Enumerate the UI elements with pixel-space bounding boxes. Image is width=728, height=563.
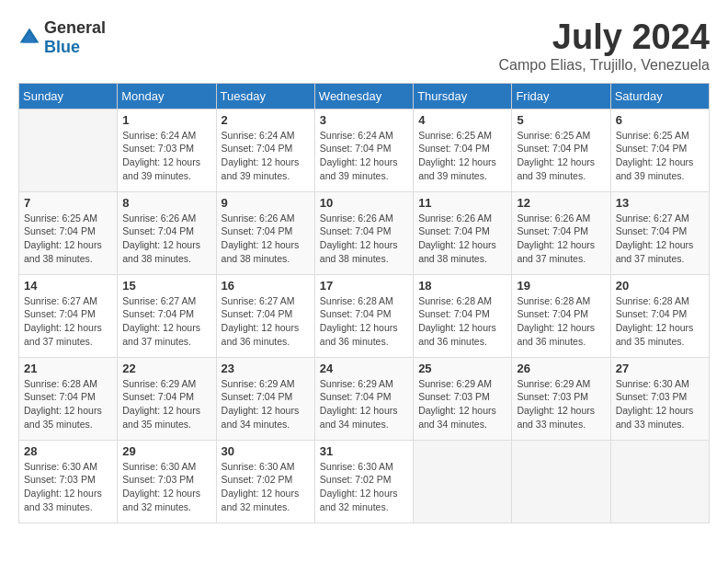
day-info: Sunrise: 6:26 AM Sunset: 7:04 PM Dayligh… — [320, 212, 408, 266]
calendar-cell: 23Sunrise: 6:29 AM Sunset: 7:04 PM Dayli… — [216, 357, 314, 440]
calendar-cell: 13Sunrise: 6:27 AM Sunset: 7:04 PM Dayli… — [610, 191, 709, 274]
day-number: 29 — [122, 444, 210, 458]
day-info: Sunrise: 6:28 AM Sunset: 7:04 PM Dayligh… — [320, 294, 408, 349]
calendar-cell: 11Sunrise: 6:26 AM Sunset: 7:04 PM Dayli… — [414, 191, 512, 274]
weekday-header: Wednesday — [314, 83, 413, 109]
day-info: Sunrise: 6:25 AM Sunset: 7:04 PM Dayligh… — [418, 129, 506, 183]
day-info: Sunrise: 6:29 AM Sunset: 7:04 PM Dayligh… — [122, 377, 210, 431]
day-info: Sunrise: 6:30 AM Sunset: 7:03 PM Dayligh… — [122, 460, 210, 514]
day-number: 27 — [616, 362, 704, 375]
day-number: 5 — [517, 113, 605, 127]
calendar-cell: 4Sunrise: 6:25 AM Sunset: 7:04 PM Daylig… — [414, 109, 512, 191]
calendar: SundayMondayTuesdayWednesdayThursdayFrid… — [18, 83, 710, 523]
calendar-cell: 10Sunrise: 6:26 AM Sunset: 7:04 PM Dayli… — [314, 191, 413, 274]
calendar-week-row: 14Sunrise: 6:27 AM Sunset: 7:04 PM Dayli… — [19, 274, 710, 357]
day-number: 22 — [122, 362, 210, 375]
day-number: 20 — [616, 279, 704, 293]
calendar-cell: 2Sunrise: 6:24 AM Sunset: 7:04 PM Daylig… — [216, 109, 314, 191]
calendar-cell: 16Sunrise: 6:27 AM Sunset: 7:04 PM Dayli… — [216, 274, 314, 357]
calendar-cell: 30Sunrise: 6:30 AM Sunset: 7:02 PM Dayli… — [216, 440, 314, 523]
day-number: 4 — [418, 113, 506, 127]
calendar-cell: 8Sunrise: 6:26 AM Sunset: 7:04 PM Daylig… — [118, 191, 216, 274]
day-info: Sunrise: 6:30 AM Sunset: 7:02 PM Dayligh… — [222, 460, 310, 514]
day-number: 21 — [24, 362, 112, 375]
day-info: Sunrise: 6:30 AM Sunset: 7:03 PM Dayligh… — [616, 377, 704, 431]
day-info: Sunrise: 6:28 AM Sunset: 7:04 PM Dayligh… — [418, 294, 506, 349]
weekday-header: Monday — [118, 83, 216, 109]
day-info: Sunrise: 6:27 AM Sunset: 7:04 PM Dayligh… — [122, 294, 210, 349]
calendar-cell — [19, 109, 118, 191]
day-number: 12 — [517, 196, 605, 210]
logo-blue-text: Blue — [44, 38, 80, 56]
day-number: 30 — [222, 444, 310, 458]
calendar-cell: 14Sunrise: 6:27 AM Sunset: 7:04 PM Dayli… — [19, 274, 118, 357]
calendar-cell: 20Sunrise: 6:28 AM Sunset: 7:04 PM Dayli… — [610, 274, 709, 357]
logo-icon — [18, 27, 40, 49]
calendar-cell: 21Sunrise: 6:28 AM Sunset: 7:04 PM Dayli… — [19, 357, 118, 440]
day-info: Sunrise: 6:29 AM Sunset: 7:04 PM Dayligh… — [222, 377, 310, 431]
day-number: 19 — [517, 279, 605, 293]
calendar-cell: 12Sunrise: 6:26 AM Sunset: 7:04 PM Dayli… — [512, 191, 610, 274]
calendar-cell: 1Sunrise: 6:24 AM Sunset: 7:03 PM Daylig… — [118, 109, 216, 191]
logo: General Blue — [18, 18, 106, 57]
day-info: Sunrise: 6:26 AM Sunset: 7:04 PM Dayligh… — [517, 212, 605, 266]
calendar-cell: 5Sunrise: 6:25 AM Sunset: 7:04 PM Daylig… — [512, 109, 610, 191]
day-info: Sunrise: 6:27 AM Sunset: 7:04 PM Dayligh… — [222, 294, 310, 349]
day-number: 18 — [418, 279, 506, 293]
day-info: Sunrise: 6:30 AM Sunset: 7:02 PM Dayligh… — [320, 460, 408, 514]
day-info: Sunrise: 6:29 AM Sunset: 7:03 PM Dayligh… — [517, 377, 605, 431]
title-area: July 2024 Campo Elias, Trujillo, Venezue… — [499, 18, 710, 74]
calendar-cell: 6Sunrise: 6:25 AM Sunset: 7:04 PM Daylig… — [610, 109, 709, 191]
calendar-week-row: 28Sunrise: 6:30 AM Sunset: 7:03 PM Dayli… — [19, 440, 710, 523]
calendar-cell: 9Sunrise: 6:26 AM Sunset: 7:04 PM Daylig… — [216, 191, 314, 274]
day-info: Sunrise: 6:24 AM Sunset: 7:04 PM Dayligh… — [320, 129, 408, 183]
day-info: Sunrise: 6:24 AM Sunset: 7:03 PM Dayligh… — [122, 129, 210, 183]
weekday-header: Thursday — [414, 83, 512, 109]
weekday-header: Tuesday — [216, 83, 314, 109]
calendar-cell: 26Sunrise: 6:29 AM Sunset: 7:03 PM Dayli… — [512, 357, 610, 440]
calendar-cell: 28Sunrise: 6:30 AM Sunset: 7:03 PM Dayli… — [19, 440, 118, 523]
day-info: Sunrise: 6:26 AM Sunset: 7:04 PM Dayligh… — [122, 212, 210, 266]
day-info: Sunrise: 6:28 AM Sunset: 7:04 PM Dayligh… — [616, 294, 704, 349]
calendar-week-row: 21Sunrise: 6:28 AM Sunset: 7:04 PM Dayli… — [19, 357, 710, 440]
day-info: Sunrise: 6:26 AM Sunset: 7:04 PM Dayligh… — [222, 212, 310, 266]
calendar-cell: 27Sunrise: 6:30 AM Sunset: 7:03 PM Dayli… — [610, 357, 709, 440]
day-info: Sunrise: 6:28 AM Sunset: 7:04 PM Dayligh… — [517, 294, 605, 349]
day-number: 24 — [320, 362, 408, 375]
day-number: 16 — [222, 279, 310, 293]
day-number: 15 — [122, 279, 210, 293]
calendar-week-row: 7Sunrise: 6:25 AM Sunset: 7:04 PM Daylig… — [19, 191, 710, 274]
day-info: Sunrise: 6:24 AM Sunset: 7:04 PM Dayligh… — [222, 129, 310, 183]
calendar-week-row: 1Sunrise: 6:24 AM Sunset: 7:03 PM Daylig… — [19, 109, 710, 191]
day-number: 6 — [616, 113, 704, 127]
day-number: 7 — [24, 196, 112, 210]
day-number: 31 — [320, 444, 408, 458]
day-number: 28 — [24, 444, 112, 458]
day-info: Sunrise: 6:30 AM Sunset: 7:03 PM Dayligh… — [24, 460, 112, 514]
day-number: 1 — [122, 113, 210, 127]
weekday-header: Saturday — [610, 83, 709, 109]
day-info: Sunrise: 6:29 AM Sunset: 7:04 PM Dayligh… — [320, 377, 408, 431]
day-info: Sunrise: 6:27 AM Sunset: 7:04 PM Dayligh… — [616, 212, 704, 266]
calendar-cell: 18Sunrise: 6:28 AM Sunset: 7:04 PM Dayli… — [414, 274, 512, 357]
calendar-cell: 17Sunrise: 6:28 AM Sunset: 7:04 PM Dayli… — [314, 274, 413, 357]
day-info: Sunrise: 6:28 AM Sunset: 7:04 PM Dayligh… — [24, 377, 112, 431]
calendar-cell: 31Sunrise: 6:30 AM Sunset: 7:02 PM Dayli… — [314, 440, 413, 523]
header: General Blue July 2024 Campo Elias, Truj… — [18, 18, 710, 74]
calendar-cell: 7Sunrise: 6:25 AM Sunset: 7:04 PM Daylig… — [19, 191, 118, 274]
calendar-cell: 25Sunrise: 6:29 AM Sunset: 7:03 PM Dayli… — [414, 357, 512, 440]
calendar-cell — [414, 440, 512, 523]
location-title: Campo Elias, Trujillo, Venezuela — [499, 57, 710, 74]
day-number: 13 — [616, 196, 704, 210]
day-info: Sunrise: 6:27 AM Sunset: 7:04 PM Dayligh… — [24, 294, 112, 349]
day-number: 23 — [222, 362, 310, 375]
day-number: 11 — [418, 196, 506, 210]
calendar-cell: 3Sunrise: 6:24 AM Sunset: 7:04 PM Daylig… — [314, 109, 413, 191]
day-info: Sunrise: 6:25 AM Sunset: 7:04 PM Dayligh… — [517, 129, 605, 183]
day-info: Sunrise: 6:29 AM Sunset: 7:03 PM Dayligh… — [418, 377, 506, 431]
day-number: 26 — [517, 362, 605, 375]
calendar-cell — [610, 440, 709, 523]
day-number: 25 — [418, 362, 506, 375]
logo-general-text: General — [44, 18, 106, 37]
calendar-header-row: SundayMondayTuesdayWednesdayThursdayFrid… — [19, 83, 710, 109]
